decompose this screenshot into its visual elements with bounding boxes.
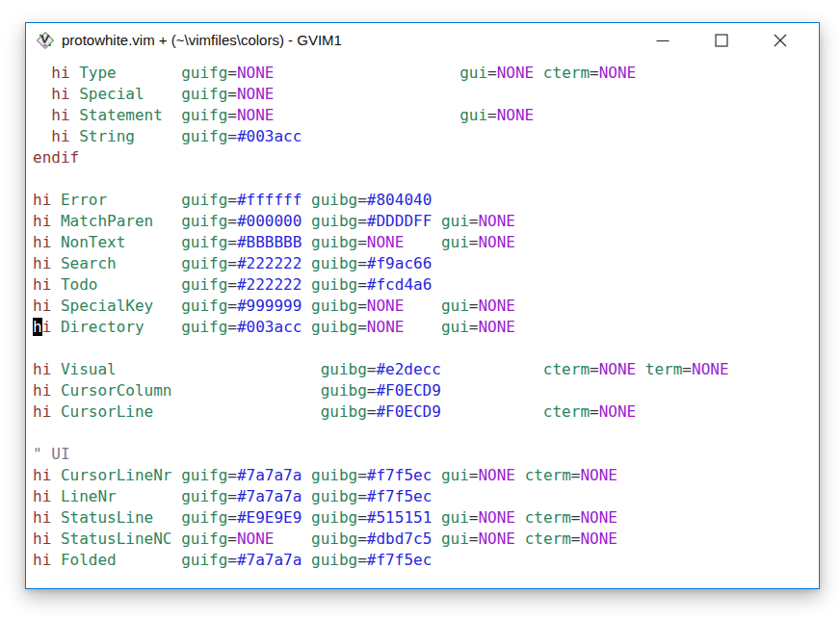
close-icon xyxy=(774,34,787,47)
editor-line: hi CursorLine guibg=#F0ECD9 cterm=NONE xyxy=(33,401,819,423)
editor-text[interactable]: hi Type guifg=NONE gui=NONE cterm=NONE h… xyxy=(26,57,819,588)
editor-line: hi MatchParen guifg=#000000 guibg=#DDDDF… xyxy=(33,211,819,232)
editor-line xyxy=(33,338,819,359)
editor-line xyxy=(33,423,819,444)
editor-line: hi Visual guibg=#e2decc cterm=NONE term=… xyxy=(33,359,819,380)
maximize-button[interactable] xyxy=(692,23,750,57)
minimize-icon xyxy=(656,34,669,47)
editor-line: hi CursorColumn guibg=#F0ECD9 xyxy=(33,380,819,401)
editor-line: endif xyxy=(33,147,819,168)
caption-buttons xyxy=(633,23,809,57)
editor-line: hi LineNr guifg=#7a7a7a guibg=#f7f5ec xyxy=(33,486,819,507)
editor-line xyxy=(33,168,819,190)
editor-line: hi Todo guifg=#222222 guibg=#fcd4a6 xyxy=(33,274,819,296)
editor-line: hi CursorLineNr guifg=#7a7a7a guibg=#f7f… xyxy=(33,465,819,486)
editor-line: hi Type guifg=NONE gui=NONE cterm=NONE xyxy=(33,63,819,84)
editor-line: hi NonText guifg=#BBBBBB guibg=NONE gui=… xyxy=(33,232,819,253)
close-button[interactable] xyxy=(750,23,809,57)
editor-line: hi Folded guifg=#7a7a7a guibg=#f7f5ec xyxy=(33,550,819,571)
gvim-window: protowhite.vim + (~\vimfiles\colors) - G… xyxy=(25,22,820,589)
titlebar[interactable]: protowhite.vim + (~\vimfiles\colors) - G… xyxy=(26,23,819,57)
editor-line: hi Special guifg=NONE xyxy=(33,84,819,105)
minimize-button[interactable] xyxy=(633,23,692,57)
editor-line: hi SpecialKey guifg=#999999 guibg=NONE g… xyxy=(33,296,819,317)
editor-line: hi StatusLineNC guifg=NONE guibg=#dbd7c5… xyxy=(33,529,819,550)
editor-line: hi Search guifg=#222222 guibg=#f9ac66 xyxy=(33,253,819,274)
editor-line: hi Directory guifg=#003acc guibg=NONE gu… xyxy=(33,317,819,338)
window-title: protowhite.vim + (~\vimfiles\colors) - G… xyxy=(62,32,633,48)
editor-line: hi Error guifg=#ffffff guibg=#804040 xyxy=(33,190,819,211)
editor-line: hi String guifg=#003acc xyxy=(33,126,819,147)
editor-line: hi Statement guifg=NONE gui=NONE xyxy=(33,105,819,126)
editor-line: hi StatusLine guifg=#E9E9E9 guibg=#51515… xyxy=(33,507,819,529)
editor-line: " UI xyxy=(33,444,819,465)
block-cursor: h xyxy=(33,318,42,336)
maximize-icon xyxy=(715,34,728,47)
vim-logo-icon xyxy=(37,32,54,49)
